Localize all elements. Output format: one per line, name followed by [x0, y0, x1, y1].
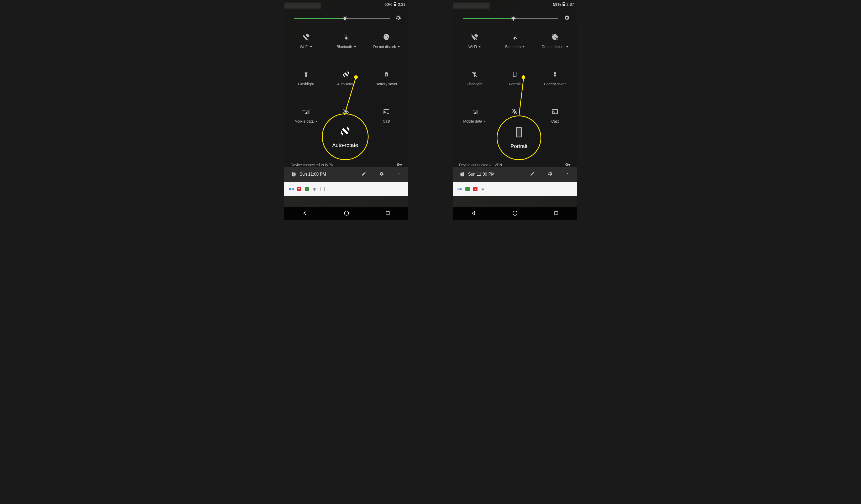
alarm-text: Sun 11:00 PM: [300, 172, 326, 177]
battery-icon: [394, 2, 396, 6]
app-icon-grey: [489, 187, 493, 191]
tiles-grid: Wi-Fi Bluetooth Do not disturb Flashligh…: [453, 25, 577, 141]
bluetooth-off-icon: [511, 33, 519, 41]
brightness-slider[interactable]: [463, 18, 558, 19]
tile-rotate-label: Auto-rotate: [337, 82, 355, 86]
settings-icon[interactable]: [564, 15, 570, 22]
nav-home[interactable]: [512, 210, 518, 217]
tile-bluetooth-label: Bluetooth: [505, 45, 521, 49]
settings-icon[interactable]: [395, 15, 401, 22]
chevron-down-icon: [522, 46, 524, 47]
chevron-up-icon[interactable]: [397, 172, 401, 177]
tile-flashlight[interactable]: Flashlight: [286, 67, 326, 104]
tile-mobile-data[interactable]: LTE+ Mobile data: [454, 104, 494, 141]
nav-home[interactable]: [344, 210, 350, 217]
voicemail-icon: [289, 187, 293, 191]
tile-bluetooth[interactable]: Bluetooth: [494, 29, 535, 67]
svg-rect-13: [555, 212, 558, 215]
vpn-text: Device connected to IVPN: [290, 163, 333, 167]
vpn-text: Device connected to IVPN: [459, 163, 502, 167]
tile-dnd[interactable]: Do not disturb: [367, 29, 407, 67]
app-icon-grey: [320, 187, 325, 191]
alarm-bar: Sun 11:00 PM: [284, 167, 408, 182]
tile-bluetooth[interactable]: Bluetooth: [326, 29, 366, 67]
tile-flashlight[interactable]: Flashlight: [454, 67, 494, 104]
app-icon-red: V: [297, 187, 301, 191]
chevron-down-icon: [566, 46, 568, 47]
nav-back[interactable]: [471, 210, 476, 217]
edit-icon[interactable]: [530, 172, 535, 177]
tile-battery-saver-label: Battery saver: [375, 82, 397, 86]
quick-settings-shade: 59% 2:37 Wi-Fi Bluetooth: [453, 0, 577, 182]
quick-settings-shade: 60% 2:33 Wi-Fi Bluetooth: [284, 0, 408, 182]
tile-flashlight-label: Flashlight: [298, 82, 314, 86]
chevron-down-icon: [398, 46, 400, 47]
tile-bluetooth-label: Bluetooth: [337, 45, 352, 49]
svg-point-9: [458, 188, 460, 190]
nav-bar: [453, 207, 577, 220]
tile-battery-saver[interactable]: Battery saver: [367, 67, 407, 104]
alarm-icon: [460, 172, 465, 177]
auto-rotate-icon: [342, 70, 350, 78]
dnd-off-icon: [551, 33, 559, 41]
tile-airplane[interactable]: [326, 104, 366, 141]
nav-bar: [284, 207, 408, 220]
airplane-off-icon: [511, 108, 519, 115]
signal-icon: LTE+: [302, 108, 310, 115]
tile-rotate[interactable]: Portrait: [494, 67, 535, 104]
nav-back[interactable]: [302, 210, 308, 217]
nav-recents[interactable]: [385, 211, 390, 217]
dnd-off-icon: [382, 33, 390, 41]
alarm-text: Sun 11:00 PM: [468, 172, 494, 177]
brightness-thumb-icon: [342, 15, 348, 22]
airplane-off-icon: [342, 108, 350, 115]
tile-cast[interactable]: Cast: [535, 104, 575, 141]
tile-mobile-data[interactable]: LTE+ Mobile data: [286, 104, 326, 141]
tile-cast[interactable]: Cast: [367, 104, 407, 141]
tile-dnd[interactable]: Do not disturb: [535, 29, 575, 67]
bluetooth-off-icon: [342, 33, 350, 41]
phone-left: 60% 2:33 Wi-Fi Bluetooth: [284, 0, 408, 220]
tile-rotate[interactable]: Auto-rotate: [326, 67, 366, 104]
portrait-lock-icon: [511, 70, 519, 78]
tile-wifi[interactable]: Wi-Fi: [454, 29, 494, 67]
shade-settings-icon[interactable]: [379, 171, 384, 177]
notification-strip[interactable]: V ✱: [284, 182, 408, 196]
battery-saver-icon: [551, 70, 559, 78]
tile-rotate-label: Portrait: [509, 82, 521, 86]
svg-rect-5: [386, 212, 389, 215]
cast-icon: [382, 108, 390, 115]
tile-wifi[interactable]: Wi-Fi: [286, 29, 326, 67]
vpn-key-icon[interactable]: [565, 163, 571, 167]
nav-recents[interactable]: [554, 211, 559, 217]
shade-settings-icon[interactable]: [547, 171, 552, 177]
tile-wifi-label: Wi-Fi: [300, 45, 309, 49]
svg-text:LTE+: LTE+: [302, 109, 307, 111]
chevron-down-icon: [354, 46, 356, 47]
status-time: 2:33: [398, 2, 406, 6]
chevron-up-icon[interactable]: [565, 172, 570, 177]
notification-strip[interactable]: V ✱: [453, 182, 577, 196]
vpn-key-icon[interactable]: [397, 163, 402, 167]
chevron-down-icon: [315, 121, 317, 122]
tile-cast-label: Cast: [383, 119, 390, 123]
edit-icon[interactable]: [361, 172, 366, 177]
flashlight-icon: [302, 70, 310, 78]
battery-saver-icon: [382, 70, 390, 78]
svg-point-4: [344, 211, 349, 216]
brightness-slider[interactable]: [294, 18, 390, 19]
brightness-row: [284, 8, 408, 25]
brightness-row: [453, 8, 577, 25]
wifi-off-icon: [302, 33, 310, 41]
svg-text:LTE+: LTE+: [471, 109, 475, 111]
redacted-carrier: [453, 3, 490, 9]
brightness-thumb-icon: [510, 15, 517, 22]
battery-icon: [562, 2, 565, 6]
chevron-down-icon: [310, 46, 312, 47]
tile-mobile-data-label: Mobile data: [463, 119, 482, 123]
tile-airplane[interactable]: [494, 104, 535, 141]
svg-point-10: [461, 188, 462, 190]
chevron-down-icon: [479, 46, 481, 47]
tile-mobile-data-label: Mobile data: [295, 119, 313, 123]
tile-battery-saver[interactable]: Battery saver: [535, 67, 575, 104]
